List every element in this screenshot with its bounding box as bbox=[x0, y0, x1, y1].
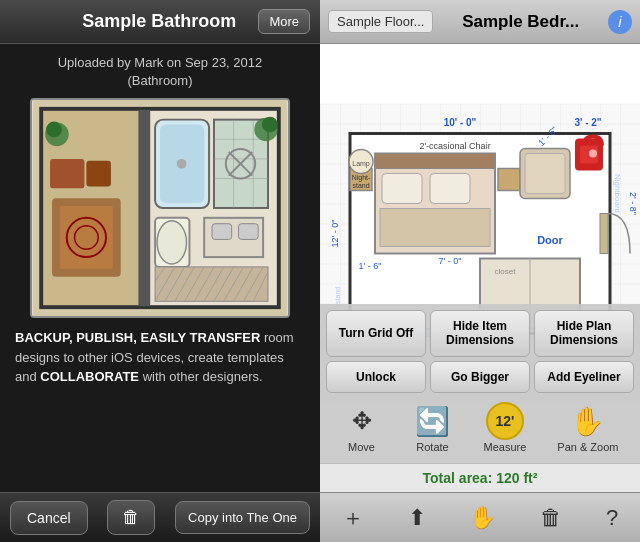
svg-text:Nightboard: Nightboard bbox=[613, 174, 622, 213]
svg-rect-64 bbox=[600, 214, 608, 254]
svg-rect-52 bbox=[380, 209, 490, 247]
right-panel: Sample Floor... Sample Bedr... i bbox=[320, 0, 640, 542]
promo-text: BACKUP, PUBLISH, EASILY TRANSFER room de… bbox=[10, 328, 310, 387]
promo-bold-1: BACKUP, PUBLISH, EASILY TRANSFER bbox=[15, 330, 260, 345]
add-eyeliner-button[interactable]: Add Eyeliner bbox=[534, 361, 634, 393]
svg-text:1' - 6": 1' - 6" bbox=[359, 261, 382, 271]
svg-rect-44 bbox=[138, 110, 150, 306]
turn-grid-off-button[interactable]: Turn Grid Off bbox=[326, 310, 426, 357]
move-tool[interactable]: ✥ Move bbox=[342, 401, 382, 453]
total-area: Total area: 120 ft² bbox=[320, 463, 640, 492]
svg-rect-10 bbox=[86, 161, 111, 187]
pan-zoom-tool[interactable]: ✋ Pan & Zoom bbox=[557, 401, 618, 453]
svg-text:12' - 0": 12' - 0" bbox=[330, 220, 340, 248]
hide-plan-dimensions-button[interactable]: Hide PlanDimensions bbox=[534, 310, 634, 357]
svg-text:10' - 0": 10' - 0" bbox=[444, 117, 477, 128]
room-image bbox=[30, 98, 290, 318]
pan-zoom-icon: ✋ bbox=[568, 401, 608, 441]
svg-rect-27 bbox=[212, 224, 232, 240]
svg-rect-6 bbox=[60, 206, 113, 269]
cancel-button[interactable]: Cancel bbox=[10, 501, 88, 535]
room-svg bbox=[32, 100, 288, 316]
more-button[interactable]: More bbox=[258, 9, 310, 34]
svg-text:Night-: Night- bbox=[352, 174, 371, 182]
svg-text:3' - 2": 3' - 2" bbox=[574, 117, 601, 128]
right-footer: ＋ ⬆ ✋ 🗑 ? bbox=[320, 492, 640, 542]
svg-text:Door: Door bbox=[537, 234, 563, 246]
overlay-buttons: Turn Grid Off Hide ItemDimensions Hide P… bbox=[320, 304, 640, 463]
svg-rect-50 bbox=[382, 174, 422, 204]
right-header: Sample Floor... Sample Bedr... i bbox=[320, 0, 640, 44]
promo-bold-2: COLLABORATE bbox=[40, 369, 139, 384]
move-label: Move bbox=[348, 441, 375, 453]
delete-button[interactable]: 🗑 bbox=[107, 500, 155, 535]
left-header: Sample Bathroom More bbox=[0, 0, 320, 44]
svg-rect-9 bbox=[50, 159, 84, 188]
svg-text:12': 12' bbox=[495, 413, 514, 429]
svg-rect-49 bbox=[375, 154, 495, 169]
svg-rect-28 bbox=[239, 224, 259, 240]
svg-rect-51 bbox=[430, 174, 470, 204]
pan-zoom-label: Pan & Zoom bbox=[557, 441, 618, 453]
svg-point-25 bbox=[157, 221, 186, 264]
svg-point-43 bbox=[262, 117, 278, 133]
right-title: Sample Bedr... bbox=[433, 12, 608, 32]
rotate-icon: 🔄 bbox=[413, 401, 453, 441]
svg-text:stand: stand bbox=[352, 182, 369, 189]
floor-plan-area: Night- stand Lamp bbox=[320, 44, 640, 463]
svg-point-63 bbox=[589, 150, 597, 158]
copy-button[interactable]: Copy into The One bbox=[175, 501, 310, 534]
svg-rect-60 bbox=[525, 154, 565, 194]
measure-label: Measure bbox=[484, 441, 527, 453]
measure-icon: 12' bbox=[485, 401, 525, 441]
svg-text:2' - 8": 2' - 8" bbox=[628, 192, 638, 215]
svg-rect-56 bbox=[498, 169, 520, 191]
rotate-tool[interactable]: 🔄 Rotate bbox=[413, 401, 453, 453]
tool-row: ✥ Move 🔄 Rotate 12' Measure bbox=[326, 397, 634, 457]
info-button[interactable]: i bbox=[608, 10, 632, 34]
svg-point-4 bbox=[46, 122, 62, 138]
svg-text:closet: closet bbox=[495, 267, 517, 276]
breadcrumb[interactable]: Sample Floor... bbox=[328, 10, 433, 33]
left-panel: Sample Bathroom More Uploaded by Mark on… bbox=[0, 0, 320, 542]
measure-tool[interactable]: 12' Measure bbox=[484, 401, 527, 453]
share-button[interactable]: ⬆ bbox=[400, 501, 434, 535]
left-content: Uploaded by Mark on Sep 23, 2012 (Bathro… bbox=[0, 44, 320, 492]
svg-text:7' - 0": 7' - 0" bbox=[439, 256, 462, 266]
trash-button[interactable]: 🗑 bbox=[532, 501, 570, 535]
go-bigger-button[interactable]: Go Bigger bbox=[430, 361, 530, 393]
button-grid: Turn Grid Off Hide ItemDimensions Hide P… bbox=[326, 310, 634, 393]
svg-text:Lamp: Lamp bbox=[352, 160, 370, 168]
add-button[interactable]: ＋ bbox=[334, 499, 372, 537]
svg-text:2'-ccasional Chair: 2'-ccasional Chair bbox=[419, 141, 490, 151]
upload-info: Uploaded by Mark on Sep 23, 2012 (Bathro… bbox=[58, 54, 263, 90]
move-icon: ✥ bbox=[342, 401, 382, 441]
hand-button[interactable]: ✋ bbox=[461, 501, 504, 535]
hide-item-dimensions-button[interactable]: Hide ItemDimensions bbox=[430, 310, 530, 357]
help-button[interactable]: ? bbox=[598, 501, 626, 535]
rotate-label: Rotate bbox=[416, 441, 448, 453]
left-title: Sample Bathroom bbox=[60, 11, 258, 32]
svg-point-14 bbox=[177, 159, 187, 169]
unlock-button[interactable]: Unlock bbox=[326, 361, 426, 393]
left-footer: Cancel 🗑 Copy into The One bbox=[0, 492, 320, 542]
